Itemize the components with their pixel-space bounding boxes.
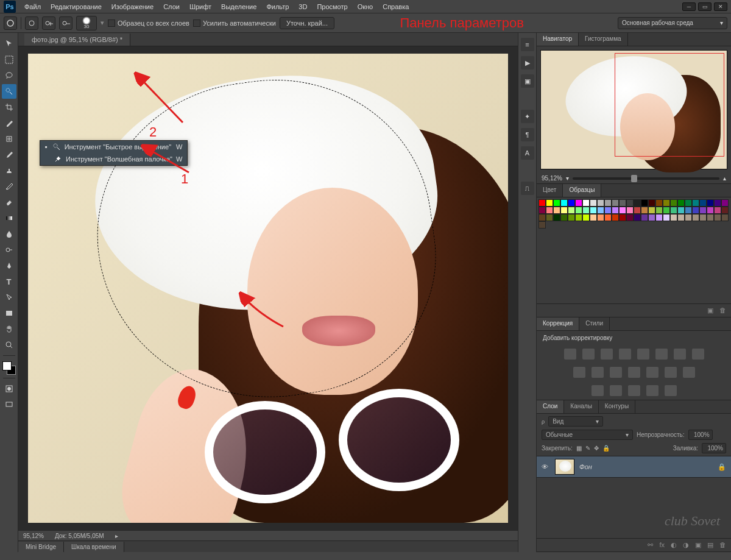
swatch[interactable]: [604, 199, 612, 207]
swatch[interactable]: [568, 199, 575, 207]
adj3-icon[interactable]: [628, 385, 640, 396]
swatch[interactable]: [663, 207, 670, 214]
swatch[interactable]: [626, 199, 634, 207]
menu-Редактирование[interactable]: Редактирование: [46, 1, 107, 12]
visibility-toggle[interactable]: 👁: [542, 463, 550, 470]
swatch[interactable]: [612, 199, 619, 207]
new-layer-icon[interactable]: ▤: [707, 541, 713, 549]
group-icon[interactable]: ▣: [695, 541, 701, 549]
strip-icon[interactable]: ≡: [521, 38, 534, 51]
strip-icon[interactable]: A: [521, 146, 534, 160]
color-balance-icon[interactable]: [674, 349, 686, 360]
path-selection-tool[interactable]: [2, 290, 16, 305]
swatch[interactable]: [714, 199, 721, 207]
blend-mode-dropdown[interactable]: Обычные▾: [542, 430, 633, 440]
swatch[interactable]: [546, 199, 553, 207]
swatch[interactable]: [560, 214, 568, 221]
new-swatch-icon[interactable]: ▣: [707, 307, 713, 314]
swatch[interactable]: [692, 199, 699, 207]
tab-histogram[interactable]: Гистограмма: [579, 33, 628, 46]
pen-tool[interactable]: [2, 258, 16, 273]
swatch[interactable]: [699, 214, 707, 221]
menu-Шрифт[interactable]: Шрифт: [185, 1, 216, 12]
navigator-zoom-value[interactable]: 95,12%: [542, 175, 562, 182]
lock-all-icon[interactable]: 🔒: [602, 445, 610, 452]
lock-pixels-icon[interactable]: ✎: [585, 445, 590, 452]
swatch[interactable]: [677, 207, 685, 214]
swatch[interactable]: [546, 214, 553, 221]
tab-adjustments[interactable]: Коррекция: [537, 317, 579, 330]
swatch[interactable]: [721, 214, 729, 221]
screen-mode-toggle[interactable]: [2, 397, 16, 412]
swatch[interactable]: [692, 214, 699, 221]
posterize-icon[interactable]: [646, 367, 659, 378]
tab-styles[interactable]: Стили: [579, 317, 610, 330]
swatch[interactable]: [670, 199, 677, 207]
gradient-tool[interactable]: [2, 211, 16, 225]
brightness-icon[interactable]: [564, 349, 576, 360]
document-tab[interactable]: фото.jpg @ 95,1% (RGB/8#) *: [24, 34, 130, 46]
swatch[interactable]: [655, 199, 663, 207]
swatch[interactable]: [619, 199, 626, 207]
strip-icon[interactable]: ▶: [521, 56, 534, 69]
tab-layers[interactable]: Слои: [537, 400, 564, 413]
tab-swatches[interactable]: Образцы: [563, 184, 601, 197]
layer-row-background[interactable]: 👁 Фон 🔒: [537, 456, 731, 478]
swatch[interactable]: [634, 214, 641, 221]
swatch[interactable]: [539, 214, 546, 221]
filter-shape-icon[interactable]: [647, 417, 657, 426]
canvas[interactable]: [28, 54, 508, 523]
layer-mask-icon[interactable]: ◐: [671, 541, 677, 549]
gradient-map-icon[interactable]: [683, 367, 695, 378]
channel-mixer-icon[interactable]: [592, 367, 604, 378]
navigator-thumbnail[interactable]: [540, 50, 727, 169]
adj2-icon[interactable]: [610, 385, 622, 396]
opacity-field[interactable]: 100%: [688, 430, 713, 440]
menu-Слои[interactable]: Слои: [158, 1, 185, 12]
swatch[interactable]: [634, 207, 641, 214]
move-tool[interactable]: [2, 37, 16, 51]
swatch[interactable]: [685, 207, 692, 214]
swatch[interactable]: [648, 207, 655, 214]
quick-selection-tool[interactable]: [2, 84, 16, 99]
brush-picker[interactable]: 30: [76, 16, 97, 30]
invert-icon[interactable]: [628, 367, 640, 378]
swatch[interactable]: [626, 214, 634, 221]
swatch[interactable]: [655, 214, 663, 221]
bw-icon[interactable]: [692, 349, 704, 360]
filter-pixel-icon[interactable]: [607, 417, 616, 426]
swatch[interactable]: [575, 207, 582, 214]
swatch[interactable]: [707, 207, 714, 214]
strip-icon[interactable]: ⎍: [521, 182, 534, 195]
quick-mask-toggle[interactable]: [2, 381, 16, 396]
workspace-switcher[interactable]: Основная рабочая среда▾: [618, 17, 727, 29]
type-tool[interactable]: T: [2, 274, 16, 289]
navigator-zoom-slider[interactable]: [573, 177, 719, 180]
layer-name[interactable]: Фон: [579, 463, 592, 470]
delete-swatch-icon[interactable]: 🗑: [719, 307, 726, 314]
swatch[interactable]: [546, 207, 553, 214]
swatch[interactable]: [641, 199, 648, 207]
swatch[interactable]: [626, 207, 634, 214]
eyedropper-tool[interactable]: [2, 116, 16, 130]
strip-icon[interactable]: ▣: [521, 74, 534, 88]
swatch[interactable]: [619, 207, 626, 214]
swatch[interactable]: [641, 214, 648, 221]
close-button[interactable]: ✕: [714, 2, 727, 11]
menu-Справка[interactable]: Справка: [378, 1, 414, 12]
lock-transparency-icon[interactable]: ▦: [576, 445, 582, 452]
link-layers-icon[interactable]: ⚯: [648, 541, 653, 549]
navigator-viewbox[interactable]: [615, 53, 724, 157]
swatch[interactable]: [553, 199, 560, 207]
swatch[interactable]: [677, 214, 685, 221]
tab-mini-bridge[interactable]: Mini Bridge: [18, 542, 64, 552]
fill-field[interactable]: 100%: [702, 443, 726, 453]
swatch[interactable]: [553, 207, 560, 214]
swatch[interactable]: [721, 207, 729, 214]
swatch[interactable]: [648, 214, 655, 221]
swatch[interactable]: [582, 214, 590, 221]
sample-all-layers-checkbox[interactable]: Образец со всех слоев: [108, 19, 189, 27]
swatch[interactable]: [692, 207, 699, 214]
swatch[interactable]: [597, 207, 604, 214]
swatch[interactable]: [612, 214, 619, 221]
